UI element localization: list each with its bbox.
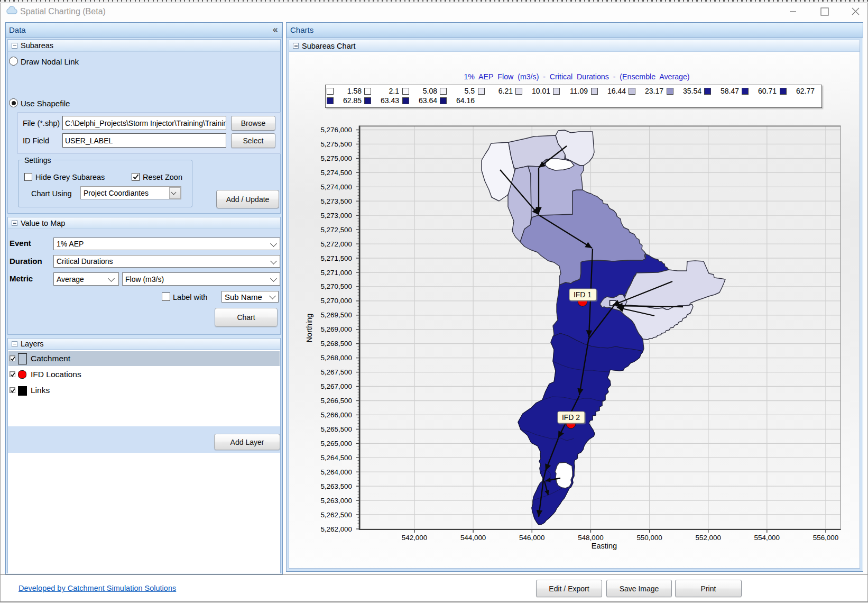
svg-text:548,000: 548,000 bbox=[578, 534, 603, 542]
svg-text:550,000: 550,000 bbox=[636, 534, 662, 542]
svg-text:5,262,000: 5,262,000 bbox=[320, 525, 352, 533]
svg-text:554,000: 554,000 bbox=[754, 534, 780, 542]
svg-text:5,272,000: 5,272,000 bbox=[320, 240, 352, 248]
svg-text:5,273,000: 5,273,000 bbox=[320, 212, 352, 220]
svg-text:5,272,500: 5,272,500 bbox=[320, 226, 352, 234]
svg-text:5,264,000: 5,264,000 bbox=[320, 468, 352, 476]
svg-text:546,000: 546,000 bbox=[519, 534, 544, 542]
svg-text:5,271,500: 5,271,500 bbox=[320, 254, 352, 262]
svg-text:IFD 1: IFD 1 bbox=[574, 290, 592, 299]
svg-text:5,270,500: 5,270,500 bbox=[320, 282, 352, 290]
svg-text:5,273,500: 5,273,500 bbox=[320, 197, 352, 205]
svg-text:Easting: Easting bbox=[592, 542, 617, 550]
svg-text:5,266,500: 5,266,500 bbox=[320, 397, 352, 405]
svg-text:5,276,000: 5,276,000 bbox=[320, 126, 352, 134]
svg-text:5,265,000: 5,265,000 bbox=[320, 440, 352, 447]
svg-text:5,271,000: 5,271,000 bbox=[320, 269, 352, 277]
svg-text:5,269,500: 5,269,500 bbox=[320, 311, 352, 319]
svg-text:5,265,500: 5,265,500 bbox=[320, 425, 352, 433]
svg-text:5,275,000: 5,275,000 bbox=[320, 154, 352, 162]
svg-text:556,000: 556,000 bbox=[813, 534, 838, 542]
svg-text:5,269,000: 5,269,000 bbox=[320, 325, 352, 333]
svg-text:5,266,000: 5,266,000 bbox=[320, 411, 352, 419]
svg-text:5,275,500: 5,275,500 bbox=[320, 140, 352, 148]
svg-text:544,000: 544,000 bbox=[460, 534, 486, 542]
svg-text:5,270,000: 5,270,000 bbox=[320, 297, 352, 305]
svg-text:552,000: 552,000 bbox=[695, 534, 721, 542]
svg-text:5,268,000: 5,268,000 bbox=[320, 354, 352, 362]
svg-text:IFD 2: IFD 2 bbox=[562, 413, 580, 422]
svg-text:5,274,500: 5,274,500 bbox=[320, 169, 352, 177]
svg-text:5,262,500: 5,262,500 bbox=[320, 511, 352, 519]
svg-text:5,274,000: 5,274,000 bbox=[320, 183, 352, 191]
svg-text:5,268,500: 5,268,500 bbox=[320, 340, 352, 348]
svg-text:5,267,500: 5,267,500 bbox=[320, 368, 352, 376]
svg-text:5,267,000: 5,267,000 bbox=[320, 382, 352, 390]
svg-text:Northing: Northing bbox=[305, 314, 313, 343]
svg-text:5,263,500: 5,263,500 bbox=[320, 482, 352, 490]
svg-text:5,264,500: 5,264,500 bbox=[320, 454, 352, 462]
svg-text:5,263,000: 5,263,000 bbox=[320, 497, 352, 505]
svg-text:542,000: 542,000 bbox=[402, 534, 427, 542]
